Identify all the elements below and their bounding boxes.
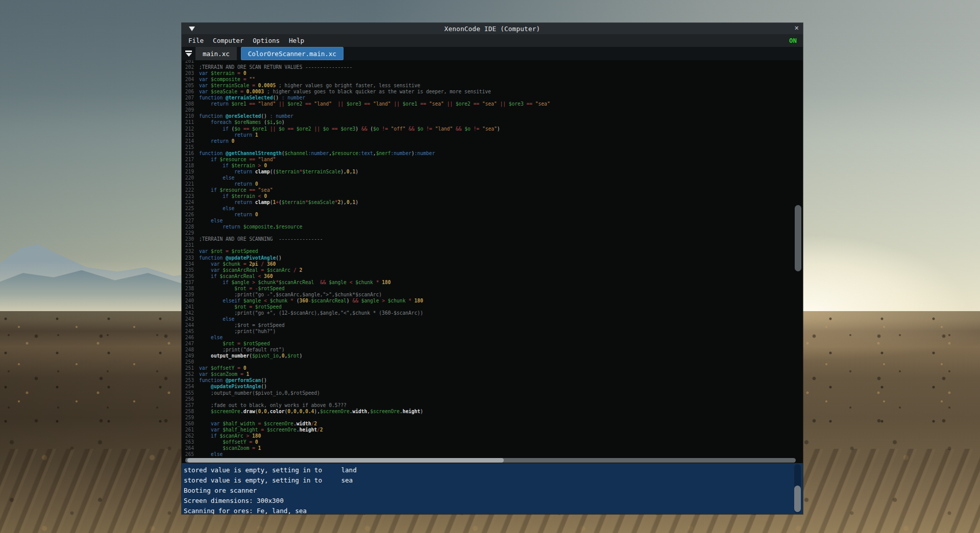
line-number: 217 [182, 157, 194, 163]
code-line[interactable]: 245 ;print("huh?") [182, 328, 803, 335]
code-line[interactable]: 208 return $ore1 == "land" || $ore2 == "… [182, 101, 803, 107]
menu-item-options[interactable]: Options [253, 37, 280, 44]
line-number: 205 [182, 83, 194, 89]
code-line[interactable]: 257 ;fade out to black, only works if ab… [182, 402, 803, 409]
code-line[interactable]: 250 [182, 359, 803, 365]
code-line[interactable]: 211 foreach $oreNames ($i,$o) [182, 119, 803, 125]
console-scrollbar-thumb[interactable] [794, 486, 801, 512]
code-line[interactable]: 235 var $scanArcReal = $scanArc / 2 [182, 267, 803, 273]
code-line[interactable]: 206var $seaScale = 0.0003 ; higher value… [182, 89, 803, 95]
code-line[interactable]: 234 var $chunk = 2pi / 360 [182, 261, 803, 267]
line-number: 229 [182, 230, 194, 236]
code-line[interactable]: 215 [182, 144, 803, 150]
code-line[interactable]: 256 [182, 396, 803, 402]
code-line[interactable]: 217 if $resource == "land" [182, 157, 803, 163]
code-text: return 0 [199, 181, 258, 187]
code-line[interactable]: 239 ;print("go -",$scanArc,$angle,">",$c… [182, 292, 803, 298]
code-line[interactable]: 204var $composite = "" [182, 77, 803, 83]
code-line[interactable]: 201 [182, 60, 803, 64]
code-line[interactable]: 225 else [182, 206, 803, 212]
code-line[interactable]: 259 [182, 415, 803, 421]
code-line[interactable]: 238 $rot = -$rotSpeed [182, 286, 803, 292]
code-line[interactable]: 228 return $composite.$resource [182, 224, 803, 230]
line-number: 230 [182, 236, 194, 242]
code-text: function @updatePivotAngle() [199, 255, 282, 261]
code-line[interactable]: 248 ;print("default rot") [182, 347, 803, 353]
code-line[interactable]: 205var $terrainScale = 0.0005 ; higher v… [182, 83, 803, 89]
code-line[interactable]: 229 [182, 230, 803, 236]
code-line[interactable]: 254 @updatePivotAngle() [182, 384, 803, 390]
line-number: 255 [182, 390, 194, 396]
code-line[interactable]: 222 if $resource == "sea" [182, 187, 803, 193]
code-line[interactable]: 244 ;$rot = $rotSpeed [182, 322, 803, 328]
code-editor[interactable]: 201202;TERRAIN AND ORE SCAN RETURN VALUE… [182, 60, 803, 463]
code-line[interactable]: 249 output_number($pivot_io,0,$rot) [182, 353, 803, 359]
code-line[interactable]: 263 $offsetY = 0 [182, 439, 803, 445]
code-line[interactable]: 236 if $scanArcReal < 360 [182, 273, 803, 280]
code-line[interactable]: 216function @getChannelStrength($channel… [182, 150, 803, 157]
code-line[interactable]: 224 return clamp(1+($terrain*$seaScale*2… [182, 199, 803, 206]
line-number: 231 [182, 242, 194, 248]
menu-item-help[interactable]: Help [289, 37, 304, 44]
tab-list-dropdown-triangle [186, 53, 192, 57]
code-line[interactable]: 253function @performScan() [182, 377, 803, 384]
close-icon[interactable]: ✕ [795, 23, 799, 32]
tab-ColorOreScanner.main.xc[interactable]: ColorOreScanner.main.xc [241, 47, 344, 60]
editor-vertical-scrollbar[interactable] [795, 205, 801, 271]
line-number: 223 [182, 193, 194, 199]
code-line[interactable]: 240 elseif $angle < $chunk * (360-$scanA… [182, 298, 803, 304]
code-line[interactable]: 212 if ($o == $ore1 || $o == $ore2 || $o… [182, 126, 803, 132]
code-line[interactable]: 213 return 1 [182, 132, 803, 138]
code-line[interactable]: 242 ;print("go +", (12-$scanArc),$angle,… [182, 310, 803, 316]
code-line[interactable]: 219 return clamp(($terrain*$terrainScale… [182, 169, 803, 175]
tab-list-dropdown-icon[interactable] [182, 47, 195, 60]
code-line[interactable]: 209 [182, 107, 803, 113]
code-line[interactable]: 247 $rot = $rotSpeed [182, 341, 803, 347]
code-text: return 0 [199, 212, 258, 218]
code-line[interactable]: 246 else [182, 335, 803, 341]
menu-item-computer[interactable]: Computer [213, 37, 243, 44]
code-line[interactable]: 203var $terrain = 0 [182, 70, 803, 77]
code-line[interactable]: 255 ;output_number($pivot_io,0,$rotSpeed… [182, 390, 803, 396]
code-text: ;print("go -",$scanArc,$angle,">",$chunk… [199, 292, 382, 298]
code-line[interactable]: 221 return 0 [182, 181, 803, 187]
code-line[interactable]: 207function @terrainSelected() : number [182, 95, 803, 101]
code-line[interactable]: 218 if $terrain > 0 [182, 163, 803, 169]
code-line[interactable]: 265 else [182, 451, 803, 458]
code-line[interactable]: 227 else [182, 218, 803, 224]
line-number: 204 [182, 77, 194, 83]
code-line[interactable]: 251var $offsetY = 0 [182, 365, 803, 371]
console-output: stored value is empty, setting in to lan… [182, 463, 803, 514]
code-line[interactable]: 237 if $angle > $chunk*$scanArcReal && $… [182, 280, 803, 286]
line-number: 238 [182, 286, 194, 292]
code-text: ;TERRAIN AND ORE SCAN RETURN VALUES ----… [199, 64, 352, 70]
code-line[interactable]: 230;TERRAIN AND ORE SCANNING -----------… [182, 236, 803, 242]
code-line[interactable]: 243 else [182, 316, 803, 322]
menu-item-file[interactable]: File [188, 37, 204, 44]
editor-horizontal-scrollbar-thumb[interactable] [187, 458, 504, 463]
code-line[interactable]: 220 else [182, 175, 803, 181]
code-line[interactable]: 262 if $scanArc > 180 [182, 433, 803, 439]
code-line[interactable]: 261 var $half_height = $screenOre.height… [182, 427, 803, 433]
code-line[interactable]: 260 var $half_width = $screenOre.width/2 [182, 421, 803, 427]
code-line[interactable]: 223 if $terrain < 0 [182, 193, 803, 199]
code-line[interactable]: 202;TERRAIN AND ORE SCAN RETURN VALUES -… [182, 64, 803, 70]
code-line[interactable]: 241 $rot = $rotSpeed [182, 304, 803, 310]
code-text: foreach $oreNames ($i,$o) [199, 119, 285, 125]
code-line[interactable]: 252var $scanZoom = 1 [182, 371, 803, 377]
code-line[interactable]: 231 [182, 242, 803, 248]
code-line[interactable]: 258 $screenOre.draw(0,0,color(0,0,0,0.4)… [182, 409, 803, 415]
code-text: @updatePivotAngle() [199, 384, 267, 390]
code-line[interactable]: 264 $scanZoom = 1 [182, 445, 803, 451]
console-line: stored value is empty, setting in to lan… [184, 465, 803, 475]
code-line[interactable]: 226 return 0 [182, 212, 803, 218]
title-bar[interactable]: XenonCode IDE (Computer) ✕ [182, 23, 803, 34]
code-line[interactable]: 232var $rot = $rotSpeed [182, 248, 803, 255]
tab-main.xc[interactable]: main.xc [195, 47, 237, 60]
code-line[interactable]: 210function @oreSelected() : number [182, 113, 803, 119]
line-number: 265 [182, 451, 194, 458]
code-line[interactable]: 233function @updatePivotAngle() [182, 255, 803, 261]
line-number: 258 [182, 409, 194, 415]
code-text: $rot = -$rotSpeed [199, 286, 285, 292]
code-line[interactable]: 214 return 0 [182, 138, 803, 144]
